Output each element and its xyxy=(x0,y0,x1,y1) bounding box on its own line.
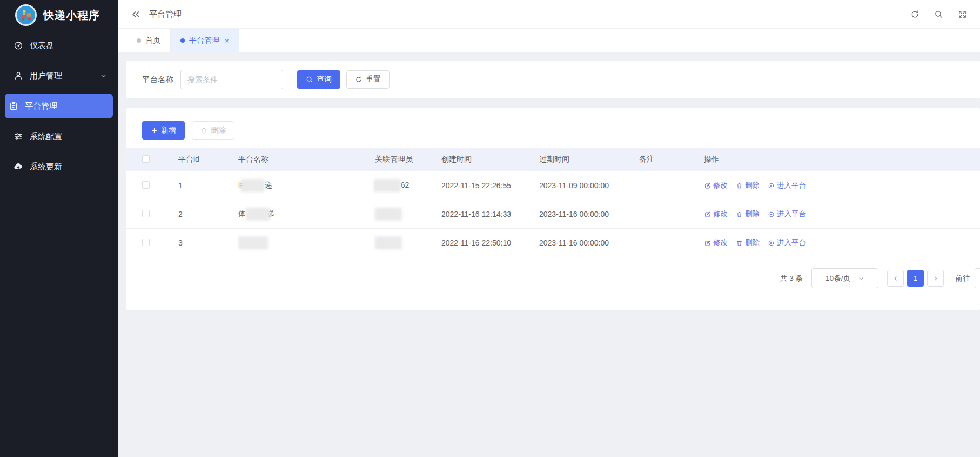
edit-link[interactable]: 修改 xyxy=(704,238,728,248)
breadcrumb: 平台管理 xyxy=(149,9,182,19)
trash-icon xyxy=(736,211,743,218)
sidebar-collapse-icon[interactable] xyxy=(131,9,141,19)
pagination: 共 3 条 10条/页 1 前往 xyxy=(126,268,980,288)
chevron-right-icon xyxy=(932,275,939,282)
sidebar-menu: 仪表盘 用户管理 xyxy=(0,30,118,457)
sidebar-item-system-update[interactable]: 系统更新 xyxy=(0,151,118,182)
app-logo: 快递小程序 xyxy=(0,0,118,30)
reset-button[interactable]: 重置 xyxy=(346,70,390,89)
delete-link[interactable]: 删除 xyxy=(736,209,760,219)
row-checkbox[interactable] xyxy=(142,210,150,217)
content: 平台名称 查询 重置 新增 xyxy=(118,52,980,457)
sidebar: 快递小程序 仪表盘 用户管理 xyxy=(0,0,118,457)
goto-label: 前往 xyxy=(955,274,970,283)
circle-dot-icon xyxy=(768,240,775,247)
app-root: 快递小程序 仪表盘 用户管理 xyxy=(0,0,980,457)
search-icon[interactable] xyxy=(934,10,943,19)
sidebar-item-system-config[interactable]: 系统配置 xyxy=(0,121,118,151)
redaction-box xyxy=(375,208,402,221)
cell-actions: 修改 删除 进入平台 xyxy=(704,181,980,190)
goto-page-input[interactable] xyxy=(975,268,980,288)
select-all-checkbox[interactable] xyxy=(142,155,150,163)
plus-icon xyxy=(151,127,158,134)
page-size-select[interactable]: 10条/页 xyxy=(811,268,878,288)
redaction-box xyxy=(238,236,268,249)
circle-dot-icon xyxy=(768,182,775,189)
sidebar-item-label: 系统更新 xyxy=(30,162,62,172)
close-icon[interactable]: × xyxy=(225,37,229,45)
user-icon xyxy=(14,71,23,81)
sidebar-item-dashboard[interactable]: 仪表盘 xyxy=(0,30,118,61)
search-panel: 平台名称 查询 重置 xyxy=(126,61,980,98)
table-header-row: 平台id 平台名称 关联管理员 创建时间 过期时间 备注 操作 xyxy=(126,148,980,171)
cell-admin: 162 xyxy=(375,179,441,192)
cell-platform-name: 医递 xyxy=(238,179,375,192)
edit-icon xyxy=(704,211,711,218)
cell-expires: 2023-11-16 00:00:00 xyxy=(539,210,639,218)
enter-platform-link[interactable]: 进入平台 xyxy=(768,238,806,248)
circle-dot-icon xyxy=(768,211,775,218)
add-button[interactable]: 新增 xyxy=(142,121,185,140)
chevron-left-icon xyxy=(892,275,899,282)
fullscreen-icon[interactable] xyxy=(958,10,967,19)
delete-link[interactable]: 删除 xyxy=(736,181,760,190)
cell-admin xyxy=(375,208,441,221)
sliders-icon xyxy=(14,131,23,141)
edit-link[interactable]: 修改 xyxy=(704,209,728,219)
page-number-1[interactable]: 1 xyxy=(907,270,924,287)
cell-created: 2022-11-16 22:50:10 xyxy=(441,239,539,247)
edit-icon xyxy=(704,182,711,189)
sidebar-item-users[interactable]: 用户管理 xyxy=(0,61,118,91)
cell-platform-id: 2 xyxy=(178,210,238,218)
trash-icon xyxy=(736,182,743,189)
gauge-icon xyxy=(14,41,23,50)
column-header: 平台名称 xyxy=(238,155,375,164)
column-header: 备注 xyxy=(639,155,704,164)
table-row: 1 医递 162 2022-11-15 22:26:55 2023-11-09 … xyxy=(126,171,980,200)
delete-button[interactable]: 删除 xyxy=(192,121,234,140)
column-header: 过期时间 xyxy=(539,155,639,164)
query-button[interactable]: 查询 xyxy=(297,70,340,89)
enter-platform-link[interactable]: 进入平台 xyxy=(768,209,806,219)
enter-platform-link[interactable]: 进入平台 xyxy=(768,181,806,190)
table-toolbar: 新增 删除 xyxy=(142,121,980,140)
app-title: 快递小程序 xyxy=(43,8,100,23)
tab-home[interactable]: 首页 xyxy=(127,29,171,52)
redaction-box xyxy=(246,208,270,221)
refresh-icon[interactable] xyxy=(910,10,919,19)
cell-platform-name xyxy=(238,236,375,249)
cell-platform-name: 体递 xyxy=(238,208,375,221)
pagination-total: 共 3 条 xyxy=(780,274,803,283)
cell-created: 2022-11-16 12:14:33 xyxy=(441,210,539,218)
delivery-scooter-icon xyxy=(15,4,37,26)
delete-link[interactable]: 删除 xyxy=(736,238,760,248)
chevron-down-icon xyxy=(858,275,864,282)
reset-icon xyxy=(355,76,363,83)
redaction-box xyxy=(240,179,265,192)
tabs-bar: 首页 平台管理 × xyxy=(118,29,980,52)
column-header: 创建时间 xyxy=(441,155,539,164)
column-header: 关联管理员 xyxy=(375,155,441,164)
table-row: 2 体递 2022-11-16 12:14:33 2023-11-16 00:0… xyxy=(126,200,980,229)
search-icon xyxy=(306,76,313,83)
tab-platform[interactable]: 平台管理 × xyxy=(171,29,239,52)
topbar: 平台管理 xyxy=(118,0,980,29)
cell-expires: 2023-11-16 00:00:00 xyxy=(539,239,639,247)
tab-dot-icon xyxy=(137,38,141,43)
redaction-box xyxy=(374,179,401,192)
row-checkbox[interactable] xyxy=(142,239,150,246)
clipboard-icon xyxy=(9,101,18,111)
edit-icon xyxy=(704,240,711,247)
next-page-button[interactable] xyxy=(927,270,944,287)
edit-link[interactable]: 修改 xyxy=(704,181,728,190)
row-checkbox[interactable] xyxy=(142,181,150,189)
prev-page-button[interactable] xyxy=(887,270,904,287)
search-input[interactable] xyxy=(180,70,283,89)
sidebar-item-platform[interactable]: 平台管理 xyxy=(0,91,118,121)
chevron-down-icon xyxy=(100,72,107,80)
sidebar-item-label: 平台管理 xyxy=(25,101,57,111)
cell-expires: 2023-11-09 00:00:00 xyxy=(539,181,639,190)
cell-admin xyxy=(375,236,441,249)
sidebar-item-label: 系统配置 xyxy=(30,131,62,142)
cell-platform-id: 1 xyxy=(178,181,238,190)
